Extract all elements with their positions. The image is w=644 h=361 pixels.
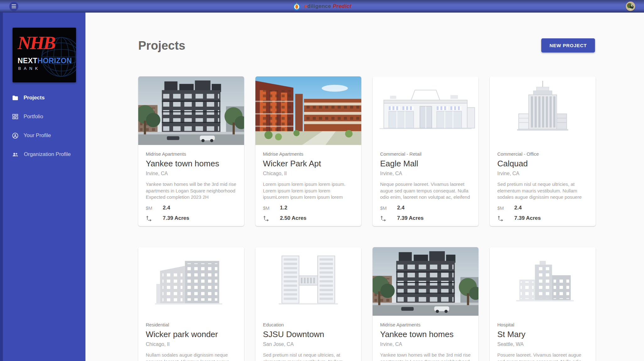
project-image <box>138 247 244 316</box>
value-label: $M <box>146 205 163 211</box>
sidebar-item-projects[interactable]: Projects <box>0 88 85 107</box>
project-description: Sed pretium nisl ut neque ultricies, at … <box>263 352 354 361</box>
project-value-row: $M 2.4 <box>146 205 237 211</box>
sidebar: NHB NEXTHORIZON BANK Projects Portfolio <box>0 13 85 361</box>
project-card-body: Commercial - Office Calquad Irvine, CA S… <box>490 145 596 226</box>
project-image <box>255 76 361 145</box>
avatar-image <box>626 2 635 11</box>
page-title: Projects <box>138 39 185 53</box>
project-location: Irvine, CA <box>146 171 237 176</box>
project-card[interactable]: Commercial - Retail Eagle Mall Irvine, C… <box>373 76 478 226</box>
person-circle-icon <box>12 132 19 139</box>
dashboard-grid-icon <box>12 114 19 120</box>
project-area: 7.39 Acres <box>163 215 189 221</box>
project-location: Chicago, Il <box>146 342 237 347</box>
project-description: Nullam sodales augue dignissim neque pos… <box>146 352 237 361</box>
project-description: Yankee town homes will be the 3rd mid ri… <box>380 352 471 361</box>
dimensions-icon <box>263 215 269 221</box>
project-location: Irvine, CA <box>497 171 588 176</box>
project-area-row: 7.39 Acres <box>497 215 588 221</box>
project-title: Eagle Mall <box>380 159 471 169</box>
project-title: SJSU Downtown <box>263 330 354 339</box>
project-area: 2.50 Acres <box>280 215 306 221</box>
brand-prefix: e <box>304 3 307 9</box>
dimensions-icon <box>146 215 152 221</box>
project-area-row: 7.39 Acres <box>380 215 471 221</box>
top-app-bar: ediligencePredict <box>0 0 644 13</box>
project-title: Calquad <box>497 159 588 169</box>
project-description: Sed pretium nisl ut neque ultricies, at … <box>497 181 588 201</box>
sidebar-item-portfolio[interactable]: Portfolio <box>0 107 85 126</box>
project-value: 2.4 <box>514 205 522 211</box>
project-image <box>373 76 478 145</box>
project-card[interactable]: Residential Wicker park wonder Chicago, … <box>138 247 244 361</box>
app-logo-icon <box>292 2 301 11</box>
main-content: Projects NEW PROJECT Midrise Apartments … <box>85 13 644 361</box>
project-card[interactable]: Midrise Apartments Yankee town homes Irv… <box>138 76 244 226</box>
project-card[interactable]: Education SJSU Downtown San Jose, CA Sed… <box>255 247 361 361</box>
value-label: $M <box>497 205 514 211</box>
project-title: Wicker park wonder <box>146 330 237 339</box>
project-title: Wicker Park Apt <box>263 159 354 169</box>
new-project-button[interactable]: NEW PROJECT <box>541 38 595 53</box>
hamburger-menu-icon[interactable] <box>9 2 18 11</box>
projects-grid: Midrise Apartments Yankee town homes Irv… <box>138 76 596 361</box>
project-category: Midrise Apartments <box>263 151 354 157</box>
sidebar-item-label: Organization Profile <box>24 151 71 158</box>
project-image <box>490 76 596 145</box>
sidebar-nav: Projects Portfolio Your Profile <box>0 88 85 164</box>
sidebar-item-label: Projects <box>24 95 45 101</box>
project-category: Commercial - Office <box>497 151 588 157</box>
project-image <box>373 247 478 316</box>
project-category: Midrise Apartments <box>146 151 237 157</box>
project-card[interactable]: Hospital St Mary Seattle, WA Posuere lao… <box>490 247 596 361</box>
project-description: Lorem ipsum lorem ipsum lorem ipsum. Lor… <box>263 181 354 201</box>
project-value: 1.2 <box>280 205 287 211</box>
project-card[interactable]: Midrise Apartments Wicker Park Apt Chica… <box>255 76 361 226</box>
project-location: Irvine, CA <box>380 342 471 347</box>
org-name-line2: BANK <box>18 66 41 71</box>
project-area: 7.39 Acres <box>514 215 541 221</box>
user-avatar[interactable] <box>626 2 635 11</box>
project-description: Yankee town homes will be the 3rd mid ri… <box>146 181 237 201</box>
value-label: $M <box>263 205 280 211</box>
project-image <box>255 247 361 316</box>
project-category: Hospital <box>497 322 588 327</box>
project-category: Midrise Apartments <box>380 322 471 327</box>
project-location: Irvine, CA <box>380 171 471 176</box>
brand-suffix: Predict <box>333 3 352 9</box>
project-location: San Jose, CA <box>263 342 354 347</box>
project-category: Residential <box>146 322 237 327</box>
project-category: Commercial - Retail <box>380 151 471 157</box>
project-area-row: 2.50 Acres <box>263 215 354 221</box>
app-brand: ediligencePredict <box>292 2 351 11</box>
project-location: Chicago, Il <box>263 171 354 176</box>
project-value: 2.4 <box>163 205 170 211</box>
org-monogram: NHB <box>18 32 55 54</box>
organization-logo: NHB NEXTHORIZON BANK <box>13 28 76 82</box>
project-location: Seattle, WA <box>497 342 588 347</box>
dimensions-icon <box>497 215 504 221</box>
project-description: Neque posuere laoreet. Vivamus laoreet a… <box>380 181 471 201</box>
project-image <box>490 247 596 316</box>
project-value: 2.4 <box>397 205 405 211</box>
project-area-row: 7.39 Acres <box>146 215 237 221</box>
org-name: NEXTHORIZON <box>18 57 72 65</box>
sidebar-item-your-profile[interactable]: Your Profile <box>0 126 85 145</box>
project-card-body: Midrise Apartments Yankee town homes Irv… <box>138 145 244 226</box>
folder-icon <box>12 95 19 101</box>
project-card[interactable]: Commercial - Office Calquad Irvine, CA S… <box>490 76 596 226</box>
sidebar-item-label: Portfolio <box>24 114 43 120</box>
project-card[interactable]: Midrise Apartments Yankee town homes Irv… <box>373 247 478 361</box>
project-area: 7.39 Acres <box>397 215 423 221</box>
sidebar-item-label: Your Profile <box>24 132 51 139</box>
dimensions-icon <box>380 215 386 221</box>
project-category: Education <box>263 322 354 327</box>
sidebar-item-organization-profile[interactable]: Organization Profile <box>0 145 85 164</box>
project-value-row: $M 2.4 <box>380 205 471 211</box>
project-card-body: Commercial - Retail Eagle Mall Irvine, C… <box>373 145 478 226</box>
project-card-body: Education SJSU Downtown San Jose, CA Sed… <box>255 316 361 361</box>
project-card-body: Midrise Apartments Wicker Park Apt Chica… <box>255 145 361 226</box>
project-title: St Mary <box>497 330 588 339</box>
project-card-body: Hospital St Mary Seattle, WA Posuere lao… <box>490 316 596 361</box>
